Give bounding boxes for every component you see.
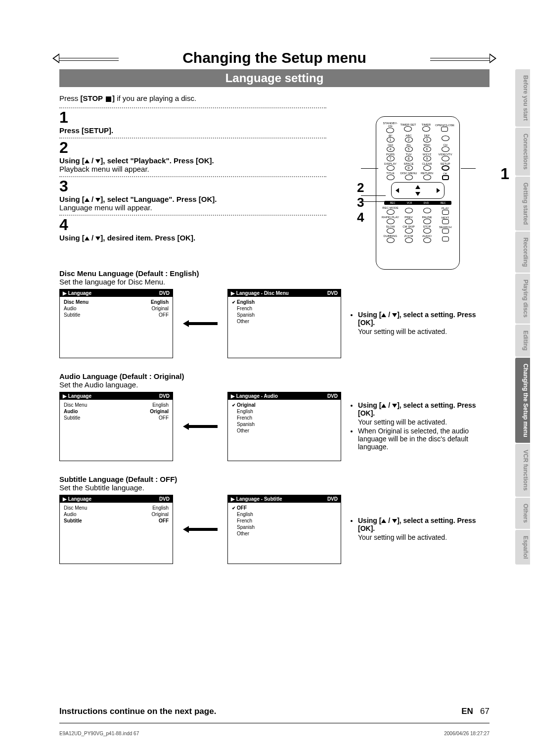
osd-language: ▶ LanguageDVDDisc MenuEnglishAudioOrigin… [59, 495, 173, 564]
callout-numbers: 2 3 4 [357, 181, 364, 225]
step-3: Using [ / ], select "Language". Press [O… [59, 195, 326, 212]
print-footer: E9A12UD_PY90VG_p41-88.indd 67 2006/04/26… [59, 731, 490, 736]
side-tab: Others [515, 498, 530, 529]
step-1: Press [SETUP]. [59, 126, 326, 135]
section-heading: Language setting [59, 69, 490, 87]
callout-one: 1 [500, 165, 509, 183]
remote-diagram: 2 3 4 1 STANDBY-ONTIMER SETTIMEROPEN/CLO… [376, 116, 490, 270]
side-tab: Editing [515, 325, 530, 357]
side-tab: Getting started [515, 177, 530, 231]
side-tab: Connections [515, 128, 530, 176]
footer: Instructions continue on the next page. … [59, 707, 490, 716]
arrow-left-icon [183, 320, 218, 327]
lang-section-subtitle: Subtitle Language (Default : OFF)Set the… [59, 475, 490, 564]
side-tab: VCR functions [515, 444, 530, 497]
step-2: Using [ / ], select "Playback". Press [O… [59, 156, 326, 173]
osd-options: ▶ Language - AudioDVDOriginalEnglishFren… [227, 392, 341, 461]
intro-text: Press [STOP ] if you are playing a disc. [59, 94, 490, 102]
side-tab: Recording [515, 232, 530, 273]
side-tab: Changing the Setup menu [515, 358, 530, 443]
lang-section-audio: Audio Language (Default : Original)Set t… [59, 372, 490, 461]
up-icon [85, 159, 89, 163]
side-tab: Before you start [515, 69, 530, 127]
osd-language: ▶ LanguageDVDDisc MenuEnglishAudioOrigin… [59, 392, 173, 461]
side-tabs: Before you startConnectionsGetting start… [515, 69, 530, 566]
chevron-right-icon [490, 53, 496, 63]
page-title: Changing the Setup menu [59, 49, 490, 66]
osd-language: ▶ LanguageDVDDisc MenuEnglishAudioOrigin… [59, 289, 173, 358]
osd-options: ▶ Language - Disc MenuDVDEnglishFrenchSp… [227, 289, 341, 358]
arrow-left-icon [183, 526, 218, 533]
chevron-left-icon [52, 53, 59, 63]
stop-icon [106, 96, 111, 102]
leader-line [361, 168, 378, 169]
step-4: Using [ / ], desired item. Press [OK]. [59, 234, 326, 242]
lang-section-disc: Disc Menu Language (Default : English)Se… [59, 269, 490, 358]
arrow-left-icon [183, 423, 218, 430]
divider [59, 107, 326, 108]
side-tab: Español [515, 530, 530, 565]
osd-options: ▶ Language - SubtitleDVDOFFEnglishFrench… [227, 495, 341, 564]
side-tab: Playing discs [515, 274, 530, 324]
down-icon [95, 159, 100, 163]
